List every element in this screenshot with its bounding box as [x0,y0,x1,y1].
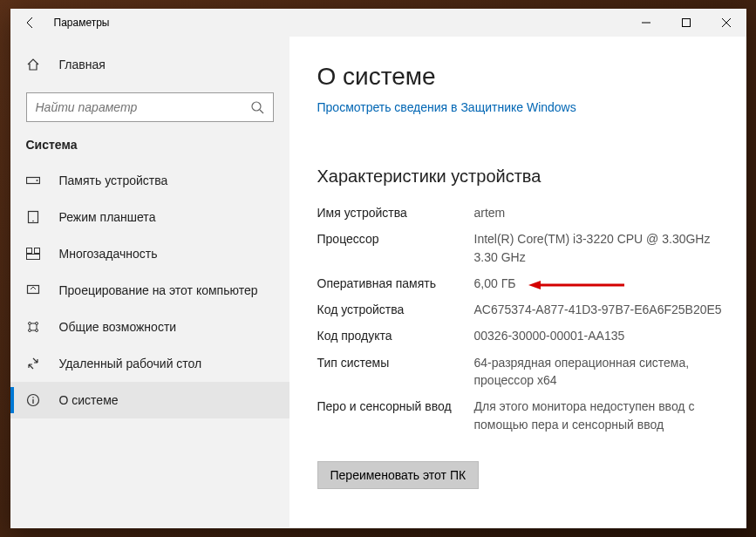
svg-rect-1 [682,19,690,27]
settings-window: Параметры Главная [10,9,746,528]
svg-line-5 [260,110,263,113]
spec-row: Тип системы64-разрядная операционная сис… [317,354,725,390]
projecting-icon [26,283,44,297]
back-button[interactable] [10,9,51,37]
spec-value: AC675374-A877-41D3-97B7-E6A6F25B20E5 [474,301,725,318]
spec-label: Код продукта [317,327,474,344]
spec-value: Intel(R) Core(TM) i3-3220 CPU @ 3.30GHz … [474,230,725,266]
sidebar: Главная Система Память устройства [10,37,289,528]
spec-label: Оперативная память [317,275,474,292]
spec-label: Имя устройства [317,204,474,221]
sidebar-item-about[interactable]: О системе [10,382,289,418]
shared-icon [26,320,44,334]
specs-heading: Характеристики устройства [317,167,725,187]
sidebar-nav: Память устройства Режим планшета Многоза… [10,162,289,418]
spec-value: 64-разрядная операционная система, проце… [474,354,725,390]
sidebar-item-shared[interactable]: Общие возможности [10,309,289,345]
window-title: Параметры [51,17,626,29]
spec-row: Код продукта00326-30000-00001-AA135 [317,327,725,344]
remote-desktop-icon [26,357,44,370]
sidebar-item-label: Общие возможности [59,320,177,334]
search-box[interactable] [26,92,274,122]
spec-label: Код устройства [317,301,474,318]
maximize-button[interactable] [666,9,706,37]
close-button[interactable] [706,9,746,37]
sidebar-item-tablet[interactable]: Режим планшета [10,199,289,235]
svg-point-4 [252,102,261,111]
spec-value: artem [474,204,725,221]
content-panel: О системе Просмотреть сведения в Защитни… [289,37,746,528]
sidebar-item-storage[interactable]: Память устройства [10,162,289,199]
defender-link[interactable]: Просмотреть сведения в Защитнике Windows [317,100,576,114]
svg-rect-11 [34,248,39,254]
multitask-icon [26,248,44,260]
sidebar-item-projecting[interactable]: Проецирование на этот компьютер [10,272,289,309]
spec-value: 6,00 ГБ [474,275,725,292]
sidebar-item-label: Проецирование на этот компьютер [59,283,258,297]
svg-point-9 [32,221,34,222]
spec-label: Процессор [317,230,474,266]
search-input[interactable] [36,100,250,114]
spec-row: Перо и сенсорный вводДля этого монитора … [317,398,725,433]
spec-value: 00326-30000-00001-AA135 [474,327,725,344]
sidebar-item-remote[interactable]: Удаленный рабочий стол [10,345,289,382]
svg-point-15 [35,323,37,325]
sidebar-item-label: Многозадачность [59,247,158,261]
sidebar-item-label: Память устройства [59,173,168,187]
spec-label: Перо и сенсорный ввод [317,398,474,433]
window-controls [626,9,746,37]
sidebar-home[interactable]: Главная [10,47,289,82]
sidebar-home-label: Главная [59,58,106,71]
sidebar-item-label: Удаленный рабочий стол [59,357,202,370]
storage-icon [26,174,44,187]
svg-point-7 [36,180,37,181]
page-title: О системе [317,63,725,91]
spec-row: Код устройстваAC675374-A877-41D3-97B7-E6… [317,301,725,318]
rename-pc-button[interactable]: Переименовать этот ПК [317,461,480,489]
spec-label: Тип системы [317,354,474,390]
tablet-icon [26,210,44,224]
home-icon [26,58,44,71]
arrow-annotation [528,280,624,290]
svg-point-23 [32,397,34,398]
svg-marker-26 [528,281,541,289]
sidebar-item-label: О системе [59,393,119,407]
search-icon [250,100,264,114]
sidebar-section-header: Система [10,138,289,162]
svg-rect-12 [26,255,39,260]
titlebar: Параметры [10,9,746,37]
svg-point-17 [35,330,37,332]
spec-row: Оперативная память6,00 ГБ [317,275,725,292]
spec-value: Для этого монитора недоступен ввод с пом… [474,398,725,433]
spec-row: Имя устройстваartem [317,204,725,221]
sidebar-item-label: Режим планшета [59,210,156,224]
minimize-button[interactable] [626,9,666,37]
svg-point-14 [28,323,31,325]
sidebar-item-multitask[interactable]: Многозадачность [10,235,289,272]
spec-row: ПроцессорIntel(R) Core(TM) i3-3220 CPU @… [317,230,725,266]
svg-point-16 [28,330,31,332]
info-icon [26,393,44,407]
svg-rect-10 [26,248,31,254]
